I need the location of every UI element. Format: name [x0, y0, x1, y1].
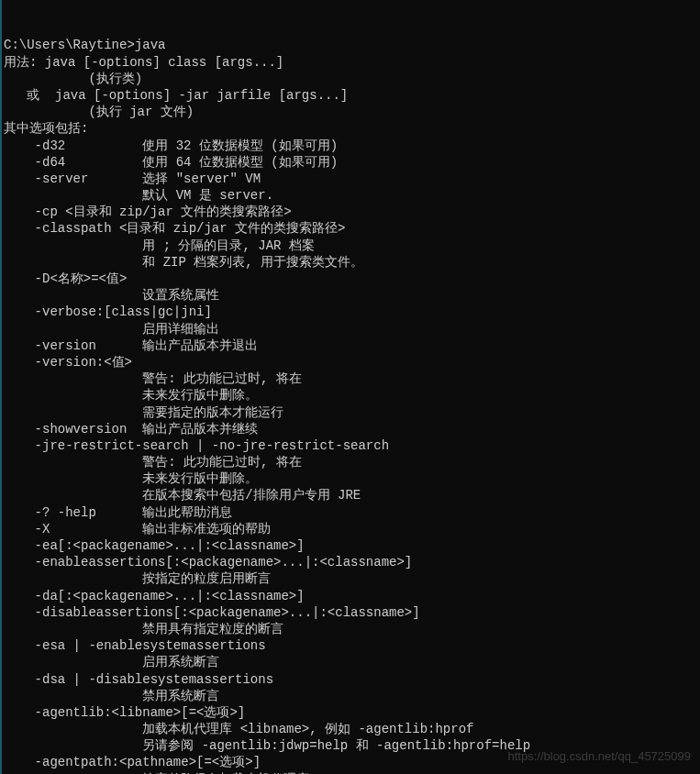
- terminal-line: 警告: 此功能已过时, 将在: [4, 370, 696, 387]
- terminal-line: -X 输出非标准选项的帮助: [4, 521, 696, 537]
- terminal-line: -D<名称>=<值>: [4, 271, 696, 287]
- terminal-line: 用 ; 分隔的目录, JAR 档案: [4, 238, 696, 254]
- terminal-line: -esa | -enablesystemassertions: [4, 637, 696, 654]
- terminal-line: -ea[:<packagename>...|:<classname>]: [4, 537, 696, 554]
- terminal-line: 需要指定的版本才能运行: [4, 404, 696, 421]
- terminal-line: -cp <目录和 zip/jar 文件的类搜索路径>: [4, 204, 696, 220]
- terminal-line: 默认 VM 是 server.: [4, 187, 696, 204]
- terminal-line: (执行类): [4, 71, 696, 87]
- terminal-line: -agentlib:<libname>[=<选项>]: [4, 704, 696, 721]
- terminal-line: -version:<值>: [4, 354, 696, 370]
- terminal-line: 未来发行版中删除。: [4, 387, 696, 404]
- terminal-line: 在版本搜索中包括/排除用户专用 JRE: [4, 487, 696, 503]
- terminal-line: 禁用系统断言: [4, 688, 696, 704]
- terminal-line: 和 ZIP 档案列表, 用于搜索类文件。: [4, 254, 696, 271]
- terminal-line: 用法: java [-options] class [args...]: [4, 54, 696, 71]
- terminal-lines: C:\Users\Raytine>java用法: java [-options]…: [4, 37, 696, 774]
- terminal-line: 警告: 此功能已过时, 将在: [4, 454, 696, 470]
- terminal-line: 按完整路径名加载本机代理库: [4, 771, 696, 774]
- terminal-line: 未来发行版中删除。: [4, 470, 696, 487]
- terminal-line: 启用详细输出: [4, 321, 696, 337]
- terminal-line: -server 选择 "server" VM: [4, 171, 696, 187]
- terminal-line: 加载本机代理库 <libname>, 例如 -agentlib:hprof: [4, 721, 696, 737]
- terminal-line: 设置系统属性: [4, 287, 696, 304]
- terminal-line: -da[:<packagename>...|:<classname>]: [4, 588, 696, 604]
- terminal-line: -jre-restrict-search | -no-jre-restrict-…: [4, 437, 696, 454]
- terminal-line: -? -help 输出此帮助消息: [4, 504, 696, 521]
- terminal-line: -verbose:[class|gc|jni]: [4, 304, 696, 320]
- terminal-line: -version 输出产品版本并退出: [4, 337, 696, 354]
- terminal-line: -showversion 输出产品版本并继续: [4, 421, 696, 437]
- terminal-output: C:\Users\Raytine>java用法: java [-options]…: [0, 0, 700, 774]
- terminal-line: 启用系统断言: [4, 654, 696, 670]
- terminal-line: -dsa | -disablesystemassertions: [4, 671, 696, 688]
- terminal-line: -d32 使用 32 位数据模型 (如果可用): [4, 138, 696, 154]
- terminal-line: 禁用具有指定粒度的断言: [4, 621, 696, 637]
- terminal-line: C:\Users\Raytine>java: [4, 37, 696, 53]
- terminal-line: -enableassertions[:<packagename>...|:<cl…: [4, 554, 696, 570]
- terminal-line: 其中选项包括:: [4, 120, 696, 137]
- terminal-line: -disableassertions[:<packagename>...|:<c…: [4, 604, 696, 621]
- terminal-line: -d64 使用 64 位数据模型 (如果可用): [4, 154, 696, 171]
- terminal-line: 或 java [-options] -jar jarfile [args...]: [4, 87, 696, 104]
- terminal-line: 按指定的粒度启用断言: [4, 570, 696, 587]
- watermark: https://blog.csdn.net/qq_45725099: [508, 749, 692, 765]
- terminal-line: (执行 jar 文件): [4, 104, 696, 120]
- terminal-line: -classpath <目录和 zip/jar 文件的类搜索路径>: [4, 220, 696, 237]
